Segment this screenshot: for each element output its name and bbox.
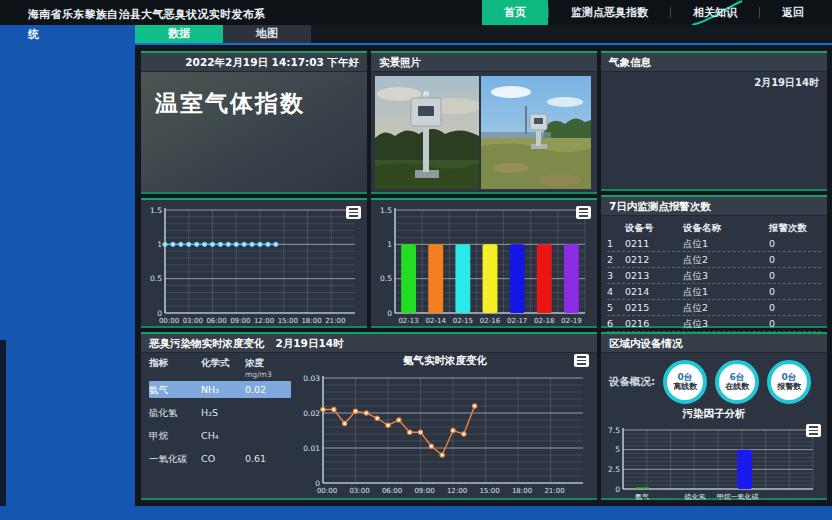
nav-item-back[interactable]: 返回 <box>760 0 826 25</box>
pollution_bar-svg: 02.557.5氨气硫化氢甲烷一氧化碳 <box>603 424 821 502</box>
alarm-table: 设备号 设备名称 报警次数 10211点位1020212点位2030213点位3… <box>601 216 827 332</box>
nav-item-home[interactable]: 首页 <box>482 0 548 25</box>
table-row: 50215点位20 <box>607 300 821 316</box>
svg-text:1: 1 <box>387 240 392 249</box>
svg-text:02-17: 02-17 <box>507 317 527 325</box>
col-concentration: 浓度 mg/m3 <box>245 357 289 380</box>
device-overview-label: 设备概况: <box>609 375 655 389</box>
page-title: 温室气体指数 <box>141 72 367 119</box>
table-row: 10211点位10 <box>607 236 821 252</box>
greenhouse-chart-area: 00.511.500:0003:0006:0009:0012:0015:0018… <box>141 200 367 330</box>
panel-region-devices: 区域内设备情况 设备概况: 0台 离线数 6台 在线数 0台 报警数 污染因子分… <box>601 332 827 500</box>
panel-daily-bar-chart: 00.511.502-1302-1402-1502-1602-1702-1802… <box>371 198 597 328</box>
stat-alarm-label: 报警数 <box>777 382 801 392</box>
svg-text:0.01: 0.01 <box>303 444 320 453</box>
odor-table: 指标 化学式 浓度 mg/m3 氨气NH₃0.02硫化氢H₂S甲烷CH₄一氧化碳… <box>141 353 293 500</box>
pollution-chart-area: 02.557.5氨气硫化氢甲烷一氧化碳 <box>601 420 827 506</box>
nav-item-knowledge[interactable]: 相关知识 <box>671 0 759 25</box>
greenhouse_line-svg: 00.511.500:0003:0006:0009:0012:0015:0018… <box>143 204 363 326</box>
svg-text:7.5: 7.5 <box>608 426 620 435</box>
col-device-name: 设备名称 <box>683 220 769 236</box>
svg-text:21:00: 21:00 <box>325 317 345 325</box>
stat-alarm-value: 0台 <box>782 372 797 382</box>
device-overview-row: 设备概况: 0台 离线数 6台 在线数 0台 报警数 <box>601 353 827 406</box>
svg-text:0: 0 <box>615 485 620 494</box>
odor-time: 2月19日14时 <box>275 337 343 349</box>
stat-offline-value: 0台 <box>678 372 693 382</box>
stat-online: 6台 在线数 <box>715 360 759 404</box>
chart-menu-icon[interactable] <box>576 206 591 219</box>
svg-text:02-19: 02-19 <box>561 317 581 325</box>
daily_bar-svg: 00.511.502-1302-1402-1502-1602-1702-1802… <box>373 204 593 326</box>
chart-menu-icon[interactable] <box>346 206 361 219</box>
stat-offline-label: 离线数 <box>673 382 697 392</box>
svg-text:15:00: 15:00 <box>479 487 499 495</box>
stat-online-label: 在线数 <box>725 382 749 392</box>
odor-title: 恶臭污染物实时浓度变化 <box>149 337 265 349</box>
svg-text:06:00: 06:00 <box>206 317 226 325</box>
greeting-datetime: 2022年2月19日 14:17:03 下午好 <box>141 53 367 72</box>
svg-text:02-15: 02-15 <box>453 317 473 325</box>
left-edge-strip <box>0 340 6 506</box>
svg-text:02-13: 02-13 <box>398 317 418 325</box>
pollutant-row[interactable]: 甲烷CH₄ <box>149 427 291 444</box>
photos-title: 实景照片 <box>371 53 597 72</box>
ammonia-chart-area: 00.010.020.0300:0003:0006:0009:0012:0015… <box>293 368 597 500</box>
stat-offline: 0台 离线数 <box>663 360 707 404</box>
svg-text:2.5: 2.5 <box>608 465 620 474</box>
svg-text:03:00: 03:00 <box>183 317 203 325</box>
svg-text:氨气: 氨气 <box>635 493 649 501</box>
odor-table-body: 氨气NH₃0.02硫化氢H₂S甲烷CH₄一氧化碳CO0.61 <box>149 381 291 467</box>
table-row: 20212点位20 <box>607 252 821 268</box>
alarm-7d-title: 7日内监测点报警次数 <box>601 197 827 216</box>
svg-text:02-18: 02-18 <box>534 317 554 325</box>
photo-strip <box>371 72 597 193</box>
ammonia_line-svg: 00.010.020.0300:0003:0006:0009:0012:0015… <box>295 372 591 496</box>
svg-text:1: 1 <box>157 240 162 249</box>
pollutant-row[interactable]: 氨气NH₃0.02 <box>149 381 291 398</box>
pollution-analysis-title: 污染因子分析 <box>601 406 827 420</box>
site-photo-1 <box>375 76 479 189</box>
chart-menu-icon[interactable] <box>574 354 589 367</box>
alarm-table-body: 10211点位1020212点位2030213点位3040214点位105021… <box>607 236 821 332</box>
svg-text:18:00: 18:00 <box>512 487 532 495</box>
table-row: 40214点位10 <box>607 284 821 300</box>
greeting-body: 温室气体指数 <box>141 72 367 192</box>
stat-online-value: 6台 <box>730 372 745 382</box>
odor-panel-header: 恶臭污染物实时浓度变化 2月19日14时 <box>141 334 597 353</box>
weather-title: 气象信息 <box>601 53 827 72</box>
svg-text:15:00: 15:00 <box>278 317 298 325</box>
col-indicator: 指标 <box>149 357 201 380</box>
panel-photos: 实景照片 <box>371 51 597 194</box>
nav-item-odor-index[interactable]: 监测点恶臭指数 <box>549 0 670 25</box>
svg-text:09:00: 09:00 <box>230 317 250 325</box>
pollutant-row[interactable]: 一氧化碳CO0.61 <box>149 450 291 467</box>
panel-greeting: 2022年2月19日 14:17:03 下午好 温室气体指数 <box>141 51 367 194</box>
ammonia-chart-block: 氨气实时浓度变化 00.010.020.0300:0003:0006:0009:… <box>293 353 597 500</box>
stat-alarm: 0台 报警数 <box>767 360 811 404</box>
dashboard: 2022年2月19日 14:17:03 下午好 温室气体指数 实景照片 <box>135 45 832 506</box>
devices-title: 区域内设备情况 <box>601 334 827 353</box>
svg-text:12:00: 12:00 <box>447 487 467 495</box>
chart-menu-icon[interactable] <box>806 424 821 437</box>
main-nav: 首页 监测点恶臭指数 相关知识 返回 <box>482 0 826 25</box>
odor-body: 指标 化学式 浓度 mg/m3 氨气NH₃0.02硫化氢H₂S甲烷CH₄一氧化碳… <box>141 353 597 500</box>
svg-text:06:00: 06:00 <box>382 487 402 495</box>
svg-text:0.03: 0.03 <box>303 374 320 383</box>
col-formula: 化学式 <box>201 357 245 380</box>
svg-text:00:00: 00:00 <box>159 317 179 325</box>
svg-text:18:00: 18:00 <box>301 317 321 325</box>
col-device-id: 设备号 <box>625 220 683 236</box>
pollutant-row[interactable]: 硫化氢H₂S <box>149 404 291 421</box>
site-photo-2 <box>481 76 591 189</box>
odor-table-header: 指标 化学式 浓度 mg/m3 <box>149 357 291 379</box>
panel-odor-concentration: 恶臭污染物实时浓度变化 2月19日14时 指标 化学式 浓度 mg/m3 氨气N… <box>141 332 597 500</box>
panel-greenhouse-chart: 00.511.500:0003:0006:0009:0012:0015:0018… <box>141 198 367 328</box>
svg-text:甲烷: 甲烷 <box>717 493 731 501</box>
panel-alarm-7d: 7日内监测点报警次数 设备号 设备名称 报警次数 10211点位1020212点… <box>601 195 827 328</box>
svg-text:02-14: 02-14 <box>426 317 447 325</box>
daily-bar-chart-area: 00.511.502-1302-1402-1502-1602-1702-1802… <box>371 200 597 330</box>
unit-label: mg/m3 <box>245 370 272 379</box>
svg-text:03:00: 03:00 <box>349 487 369 495</box>
svg-text:12:00: 12:00 <box>254 317 274 325</box>
